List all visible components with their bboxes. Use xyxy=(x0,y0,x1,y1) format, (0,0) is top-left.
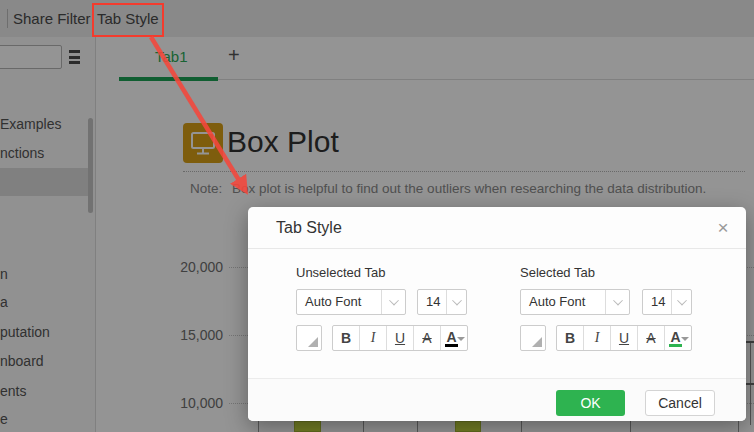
corner-triangle-icon xyxy=(532,337,542,347)
font-family-select-unselected[interactable]: Auto Font xyxy=(296,289,406,315)
ok-button[interactable]: OK xyxy=(556,390,625,416)
chevron-down-icon xyxy=(681,337,689,341)
dialog-title: Tab Style xyxy=(276,219,342,237)
app-window: Share Filter Tab Style Examples nctions … xyxy=(0,0,754,432)
chevron-down-icon xyxy=(446,290,466,314)
format-toolbar-unselected: B I U A A xyxy=(332,325,468,351)
italic-button[interactable]: I xyxy=(360,326,387,350)
font-color-swatch xyxy=(445,344,458,347)
bold-button[interactable]: B xyxy=(333,326,360,350)
cancel-button[interactable]: Cancel xyxy=(645,390,715,416)
font-family-select-selected[interactable]: Auto Font xyxy=(520,289,630,315)
selected-tab-label: Selected Tab xyxy=(520,265,595,280)
font-size-select-selected[interactable]: 14 xyxy=(642,289,692,315)
bold-button[interactable]: B xyxy=(557,326,584,350)
font-size-select-unselected[interactable]: 14 xyxy=(417,289,467,315)
style-picker-button-selected[interactable] xyxy=(520,325,546,351)
format-toolbar-selected: B I U A A xyxy=(556,325,692,351)
font-size-value: 14 xyxy=(651,290,665,314)
dialog-header-divider xyxy=(248,248,746,249)
font-color-button[interactable]: A xyxy=(441,326,467,350)
style-picker-button-unselected[interactable] xyxy=(296,325,322,351)
font-color-button[interactable]: A xyxy=(665,326,691,350)
chevron-down-icon xyxy=(671,290,691,314)
strikethrough-button[interactable]: A xyxy=(414,326,441,350)
underline-button[interactable]: U xyxy=(387,326,414,350)
annotation-highlight-box xyxy=(92,3,164,37)
font-size-value: 14 xyxy=(426,290,440,314)
font-color-swatch xyxy=(669,344,682,347)
close-icon[interactable]: × xyxy=(710,215,736,241)
strikethrough-button[interactable]: A xyxy=(638,326,665,350)
corner-triangle-icon xyxy=(308,337,318,347)
font-family-value: Auto Font xyxy=(529,290,585,314)
italic-button[interactable]: I xyxy=(584,326,611,350)
chevron-down-icon xyxy=(381,290,405,314)
underline-button[interactable]: U xyxy=(611,326,638,350)
font-family-value: Auto Font xyxy=(305,290,361,314)
chevron-down-icon xyxy=(605,290,629,314)
dialog-footer: OK Cancel xyxy=(248,378,746,421)
tab-style-dialog: Tab Style × Unselected Tab Auto Font 14 … xyxy=(248,207,746,421)
chevron-down-icon xyxy=(457,337,465,341)
unselected-tab-label: Unselected Tab xyxy=(296,265,385,280)
